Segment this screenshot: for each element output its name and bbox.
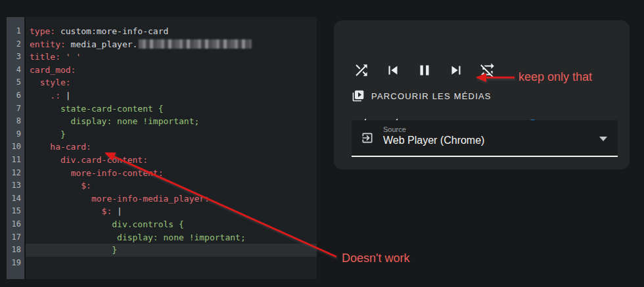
code-token: title: <box>30 52 60 62</box>
code-line[interactable]: ha-card: <box>26 141 317 154</box>
code-line[interactable]: .: | <box>26 89 317 102</box>
code-token <box>30 142 50 152</box>
gutter: 12345678910111213141516171819 <box>7 17 26 279</box>
code-token: $: <box>102 206 112 216</box>
line-number: 8 <box>7 115 24 128</box>
code-token: type: <box>30 26 55 36</box>
source-select-label: Source <box>383 125 406 133</box>
code-token <box>30 77 40 87</box>
code-token: entity: <box>30 39 66 49</box>
code-line[interactable]: div.controls { <box>26 218 317 231</box>
media-controls-row <box>353 62 496 79</box>
line-number: 12 <box>7 167 24 180</box>
login-variant-icon <box>361 131 374 144</box>
code-token <box>60 52 66 62</box>
chevron-down-icon[interactable] <box>599 137 607 141</box>
annotation-doesnt-work: Doesn't work <box>342 252 409 265</box>
code-token: | <box>112 206 122 216</box>
code-token: div.controls { <box>30 219 184 229</box>
redacted-entity <box>139 39 252 49</box>
line-number: 3 <box>7 51 24 64</box>
code-line[interactable]: $: <box>26 179 317 192</box>
code-line[interactable]: state-card-content { <box>26 102 317 116</box>
code-token <box>30 168 71 178</box>
code-token: ' ' <box>66 52 81 62</box>
code-line[interactable]: card_mod: <box>26 64 317 77</box>
code-token <box>30 206 102 216</box>
repeat-off-button[interactable] <box>479 62 496 79</box>
code-line[interactable]: type: custom:more-info-card <box>26 25 317 38</box>
code-line[interactable]: div.card-content: <box>26 154 317 167</box>
code-token: display: none !important; <box>30 232 246 242</box>
line-number: 16 <box>7 218 24 231</box>
code-token: custom:more-info-card <box>55 26 168 36</box>
shuffle-icon <box>353 62 370 79</box>
code-token: $: <box>81 181 91 190</box>
pause-button[interactable] <box>416 62 433 79</box>
code-token: } <box>30 245 117 255</box>
code-token <box>30 155 60 165</box>
line-number: 17 <box>7 231 24 244</box>
skip-next-icon <box>448 62 465 79</box>
line-number: 2 <box>7 38 24 51</box>
code-line[interactable]: more-info-media_player: <box>26 192 317 206</box>
line-number: 14 <box>7 192 24 206</box>
code-token: more-info-media_player: <box>91 194 210 204</box>
code-token <box>30 194 91 204</box>
code-token <box>30 181 81 190</box>
skip-previous-button[interactable] <box>384 62 402 79</box>
code-token: style: <box>40 77 71 87</box>
code-token <box>30 91 50 100</box>
pause-icon <box>416 62 433 79</box>
code-token: .: <box>50 91 60 100</box>
media-player-card: PARCOURIR LES MÉDIAS Source Web Player (… <box>334 20 630 169</box>
code-token: } <box>30 129 66 139</box>
line-number: 7 <box>7 102 24 116</box>
play-box-multiple-icon <box>352 89 365 102</box>
code-token: display: none !important; <box>30 116 199 126</box>
code-token: ha-card: <box>50 142 91 152</box>
code-line[interactable]: } <box>26 244 317 257</box>
code-token: | <box>60 91 71 100</box>
line-number: 11 <box>7 154 24 167</box>
code-token: card_mod: <box>30 65 76 75</box>
line-number: 9 <box>7 128 24 141</box>
code-token: media_player. <box>66 39 138 49</box>
code-line[interactable]: display: none !important; <box>26 231 317 244</box>
skip-next-button[interactable] <box>448 62 465 79</box>
code-editor[interactable]: 12345678910111213141516171819 type: cust… <box>7 17 317 279</box>
skip-previous-icon <box>384 62 402 79</box>
line-number: 19 <box>7 257 24 270</box>
code-lines[interactable]: type: custom:more-info-cardentity: media… <box>26 17 317 279</box>
line-number: 18 <box>7 244 24 257</box>
line-number: 15 <box>7 205 24 218</box>
code-line[interactable]: title: ' ' <box>26 51 317 64</box>
code-token: state-card-content { <box>30 104 164 114</box>
line-number: 1 <box>7 25 24 38</box>
line-number: 10 <box>7 141 24 154</box>
line-number: 4 <box>7 64 24 77</box>
code-token: div.card-content: <box>60 155 148 165</box>
code-line[interactable]: more-info-content: <box>26 167 317 180</box>
code-line[interactable]: display: none !important; <box>26 115 317 128</box>
code-line[interactable]: entity: media_player. <box>26 38 317 51</box>
line-number: 6 <box>7 89 24 102</box>
source-select-value: Web Player (Chrome) <box>383 135 484 146</box>
code-line[interactable] <box>26 257 317 270</box>
code-line[interactable]: $: | <box>26 205 317 218</box>
shuffle-button[interactable] <box>353 62 370 79</box>
annotation-keep-only-that: keep only that <box>518 70 592 84</box>
repeat-off-icon <box>479 62 496 79</box>
code-line[interactable]: style: <box>26 76 317 89</box>
source-select[interactable]: Source Web Player (Chrome) <box>352 120 618 157</box>
line-number: 13 <box>7 179 24 192</box>
code-line[interactable]: } <box>26 128 317 141</box>
browse-media-button[interactable]: PARCOURIR LES MÉDIAS <box>352 89 492 102</box>
line-number: 5 <box>7 76 24 89</box>
code-token: more-info-content: <box>71 168 164 178</box>
browse-media-label: PARCOURIR LES MÉDIAS <box>371 91 492 101</box>
